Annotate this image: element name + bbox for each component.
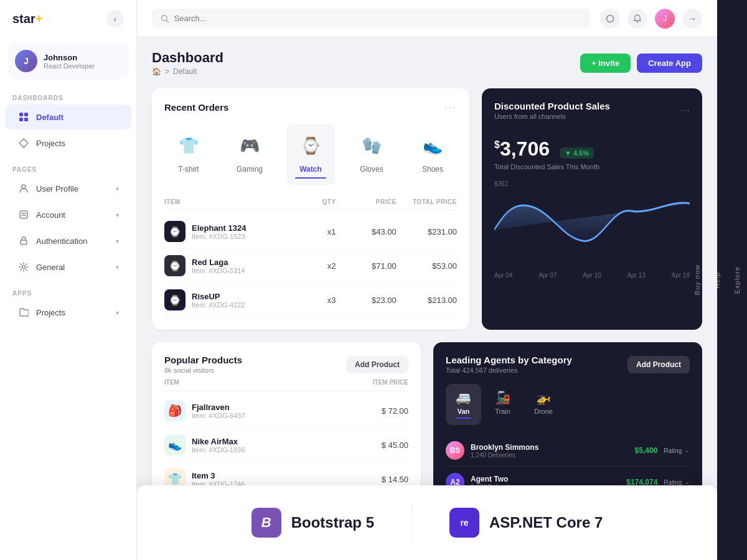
add-product-button[interactable]: Add Product bbox=[346, 356, 408, 373]
recent-orders-title: Recent Orders bbox=[164, 102, 228, 113]
svg-point-5 bbox=[22, 185, 26, 189]
sidebar-item-authentication-label: Authentication bbox=[36, 236, 110, 246]
page-title: Dashboard bbox=[152, 50, 223, 66]
right-sidebar: Explore Help Buy now bbox=[717, 0, 747, 560]
create-app-button[interactable]: Create App bbox=[637, 54, 702, 73]
sidebar-item-general[interactable]: General ▾ bbox=[5, 254, 131, 279]
chart-header: Discounted Product Sales Users from all … bbox=[494, 101, 690, 120]
item-icon: ⌚ bbox=[164, 255, 186, 276]
notifications-button[interactable] bbox=[627, 9, 647, 29]
sidebar-item-authentication[interactable]: Authentication ▾ bbox=[5, 228, 131, 253]
sidebar-logo: star+ ‹ bbox=[0, 0, 136, 37]
item-total: $213.00 bbox=[402, 296, 457, 305]
chart-desc: Total Discounted Sales This Month bbox=[494, 163, 690, 170]
sidebar-item-projects-app[interactable]: Projects ▾ bbox=[5, 300, 131, 325]
user-info: Johnson React Developer bbox=[44, 53, 95, 70]
item-info: 👟 Nike AirMax Item: #XDG-1836 bbox=[164, 434, 324, 455]
agents-tabs: 🚐 Van 🚂 Train 🚁 Drone bbox=[446, 384, 690, 425]
tab-gloves-label: Gloves bbox=[360, 165, 383, 174]
product-icon: 🎒 bbox=[164, 400, 186, 421]
product-price: $ 45.00 bbox=[329, 441, 408, 450]
item-name: Red Laga bbox=[192, 258, 245, 267]
item-name: Item 3 bbox=[192, 471, 245, 480]
agents-subtitle: Total 424,567 deliveries bbox=[446, 366, 572, 374]
products-col-item: ITEM bbox=[164, 379, 324, 386]
agent-name: Agent Two bbox=[471, 475, 614, 483]
agent-rating-button[interactable]: Rating → bbox=[664, 447, 690, 454]
tab-underline bbox=[456, 418, 471, 419]
chart-menu-icon[interactable]: ··· bbox=[680, 104, 690, 117]
right-sidebar-buy-now[interactable]: Buy now bbox=[687, 252, 707, 307]
sidebar-item-projects[interactable]: Projects bbox=[5, 131, 131, 156]
chevron-down-icon: ▾ bbox=[116, 238, 119, 245]
tab-tshirt[interactable]: 👕 T-shirt bbox=[164, 124, 213, 185]
item-info: ⌚ RiseUP Item: #XDG-4222 bbox=[164, 289, 275, 310]
chevron-down-icon: ▾ bbox=[116, 212, 119, 218]
pages-section-label: PAGES bbox=[0, 156, 136, 175]
chart-area: $362 Apr 04 Apr bbox=[494, 180, 690, 279]
tab-tshirt-label: T-shirt bbox=[178, 165, 199, 174]
breadcrumb: 🏠 > Default bbox=[152, 67, 223, 76]
tab-watch[interactable]: ⌚ Watch bbox=[286, 124, 335, 185]
chevron-down-icon: ▾ bbox=[116, 264, 119, 271]
search-input[interactable] bbox=[174, 14, 581, 23]
gear-icon bbox=[17, 261, 30, 273]
sidebar-item-user-profile-label: User Profile bbox=[36, 184, 110, 194]
sidebar-item-default[interactable]: Default bbox=[5, 105, 131, 129]
tab-gaming[interactable]: 🎮 Gaming bbox=[225, 124, 274, 185]
item-id: Item: #XDG-1523 bbox=[192, 233, 246, 240]
item-name: Elephant 1324 bbox=[192, 223, 246, 233]
agent-tab-drone[interactable]: 🚁 Drone bbox=[524, 384, 563, 425]
content-grid: Recent Orders ··· 👕 T-shirt 🎮 Gaming bbox=[152, 88, 702, 330]
bootstrap-badge: B bbox=[251, 508, 281, 538]
agent-rating-button[interactable]: Rating → bbox=[664, 479, 690, 486]
agents-add-product-button[interactable]: Add Product bbox=[627, 356, 690, 373]
collapse-sidebar-button[interactable]: ‹ bbox=[106, 10, 124, 27]
promo-aspnet-label: ASP.NET Core 7 bbox=[489, 514, 603, 531]
svg-rect-2 bbox=[19, 118, 23, 121]
theme-toggle-button[interactable] bbox=[600, 9, 620, 29]
header-avatar[interactable]: J bbox=[655, 9, 675, 29]
promo-aspnet: re ASP.NET Core 7 bbox=[449, 508, 603, 538]
promo-bootstrap-label: Bootstrap 5 bbox=[291, 514, 374, 531]
header-icons: J → bbox=[600, 9, 702, 29]
user-role: React Developer bbox=[44, 62, 95, 70]
card-menu-icon[interactable]: ··· bbox=[444, 101, 457, 114]
tab-gloves[interactable]: 🧤 Gloves bbox=[347, 124, 396, 185]
chart-title: Discounted Product Sales bbox=[494, 101, 610, 111]
col-price: PRICE bbox=[341, 198, 397, 205]
invite-button[interactable]: + Invite bbox=[580, 54, 631, 73]
search-box[interactable] bbox=[152, 9, 590, 28]
main-content: J → Dashboard 🏠 > Default + Invite Creat… bbox=[137, 0, 717, 560]
item-price: $71.00 bbox=[341, 261, 397, 271]
lock-icon bbox=[17, 235, 30, 247]
item-price: $43.00 bbox=[341, 227, 397, 236]
train-icon: 🚂 bbox=[495, 390, 510, 405]
tab-shoes[interactable]: 👟 Shoes bbox=[408, 124, 457, 185]
chevron-down-icon: ▾ bbox=[116, 185, 119, 192]
breadcrumb-sep: > bbox=[165, 67, 169, 76]
agent-tab-van[interactable]: 🚐 Van bbox=[446, 384, 481, 425]
sidebar-item-general-label: General bbox=[36, 263, 110, 272]
chart-svg bbox=[494, 192, 690, 267]
agent-tab-train-label: Train bbox=[495, 408, 510, 415]
agent-avatar: BS bbox=[446, 441, 464, 460]
tshirt-icon: 👕 bbox=[173, 130, 204, 161]
sidebar-item-account[interactable]: Account ▾ bbox=[5, 202, 131, 227]
account-icon bbox=[17, 208, 30, 221]
avatar: J bbox=[15, 50, 37, 72]
right-sidebar-explore[interactable]: Explore bbox=[727, 254, 747, 306]
col-qty: QTY bbox=[280, 198, 336, 205]
svg-rect-6 bbox=[20, 211, 27, 218]
right-sidebar-help[interactable]: Help bbox=[707, 259, 727, 301]
order-tabs: 👕 T-shirt 🎮 Gaming ⌚ Watch bbox=[164, 124, 457, 185]
agent-tab-train[interactable]: 🚂 Train bbox=[485, 384, 520, 425]
sidebar-item-user-profile[interactable]: User Profile ▾ bbox=[5, 176, 131, 201]
sidebar-item-account-label: Account bbox=[36, 210, 110, 220]
product-row: 👟 Nike AirMax Item: #XDG-1836 $ 45.00 bbox=[164, 428, 408, 462]
svg-line-12 bbox=[166, 20, 168, 22]
item-info: ⌚ Elephant 1324 Item: #XDG-1523 bbox=[164, 221, 275, 242]
discounted-sales-card: Discounted Product Sales Users from all … bbox=[482, 88, 702, 330]
promo-divider bbox=[411, 504, 412, 541]
arrow-right-button[interactable]: → bbox=[682, 9, 702, 29]
